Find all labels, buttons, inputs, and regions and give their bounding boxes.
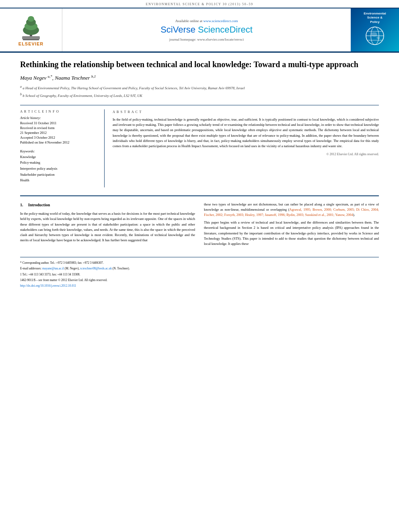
accepted-text: Accepted 3 October 2012 [20, 136, 98, 140]
article-history-block: Article history: Received 31 October 201… [20, 116, 98, 145]
elsevier-tree-icon [15, 14, 47, 40]
sciverse-section: Available online at www.sciencedirect.co… [62, 8, 351, 51]
abstract-text: In the field of policy-making, technical… [113, 117, 379, 149]
keyword-5: Health [20, 178, 98, 183]
journal-homepage: journal homepage: www.elsevier.com/locat… [169, 37, 244, 41]
author2: Naama Teschner b,1 [55, 75, 96, 81]
env-sci-logo-section: EnvironmentalScience &Policy [351, 8, 399, 51]
introduction-heading: 1. Introduction [20, 202, 195, 208]
keyword-4: Stakeholder participation [20, 172, 98, 178]
published-text: Published on line 4 November 2012 [20, 140, 98, 145]
affiliations: a a Head of Environmental Policy, The Ha… [20, 84, 379, 99]
keywords-block: Keywords: Knowledge Policy-making Interp… [20, 149, 98, 183]
env-sci-label: EnvironmentalScience &Policy [364, 12, 386, 24]
copyright-text: © 2012 Elsevier Ltd. All rights reserved… [113, 152, 379, 157]
email-link-1[interactable]: mayane@tau.ac.il [42, 267, 64, 270]
article-body: Rethinking the relationship between tech… [0, 53, 399, 297]
abstract-title: A B S T R A C T [113, 109, 379, 115]
available-online-text: Available online at www.sciencedirect.co… [175, 19, 238, 23]
intro-left-paragraph: In the policy-making world of today, the… [20, 211, 195, 243]
keyword-1: Knowledge [20, 154, 98, 160]
intro-right-paragraph: these two types of knowledge are not dic… [204, 202, 379, 218]
affiliation-a: a a Head of Environmental Policy, The Ha… [20, 84, 379, 91]
svg-rect-6 [22, 36, 40, 39]
doi-note: http://dx.doi.org/10.1016/j.envsci.2012.… [20, 283, 379, 288]
journal-header-text: Environmental Science & Policy 30 (2013)… [146, 2, 253, 6]
journal-header: Environmental Science & Policy 30 (2013)… [0, 0, 399, 8]
keywords-label: Keywords: [20, 149, 98, 153]
issn-note: 1462-9011/$ – see front matter © 2012 El… [20, 278, 379, 282]
keyword-3: Interpretive policy analysis [20, 166, 98, 172]
affiliation-b: b b School of Geography, Faculty of Envi… [20, 92, 379, 99]
received-text: Received 31 October 2011 [20, 121, 98, 126]
elsevier-label: ELSEVIER [19, 41, 43, 46]
keyword-2: Policy-making [20, 160, 98, 166]
sciencedirect-url[interactable]: www.sciencedirect.com [204, 19, 238, 23]
email-link-2[interactable]: n.teschner08@leeds.ac.uk [80, 267, 112, 270]
corresponding-note: * Corresponding author. Tel.: +972 3 640… [20, 261, 379, 265]
section-number: 1. [20, 203, 23, 207]
elsevier-logo-section: ELSEVIER [0, 8, 62, 51]
left-text-column: 1. Introduction In the policy-making wor… [20, 202, 195, 249]
revised-date: 21 September 2012 [20, 131, 98, 136]
author1: Maya Negev a,* [20, 75, 52, 81]
email-note: E-mail addresses: mayane@tau.ac.il (M. N… [20, 266, 379, 271]
globe-icon [365, 26, 385, 46]
keywords-list: Knowledge Policy-making Interpretive pol… [20, 154, 98, 183]
article-title: Rethinking the relationship between tech… [20, 59, 379, 70]
section-title: Introduction [28, 203, 50, 207]
right-text-column: these two types of knowledge are not dic… [204, 202, 379, 249]
article-info-column: A R T I C L E I N F O Article history: R… [20, 109, 105, 187]
tel-note: 1 Tel.: +44 113 343 3373; fax: +44 113 3… [20, 272, 379, 277]
article-info-title: A R T I C L E I N F O [20, 109, 98, 113]
doi-link[interactable]: http://dx.doi.org/10.1016/j.envsci.2012.… [20, 284, 76, 288]
main-columns: 1. Introduction In the policy-making wor… [20, 202, 379, 249]
abstract-column: A B S T R A C T In the field of policy-m… [113, 109, 379, 187]
ref-agrawal: Agrawal, 1995; Brown, 2000; Corburn, 200… [204, 207, 379, 217]
authors-line: Maya Negev a,*, Naama Teschner b,1 [20, 74, 379, 81]
top-banner: ELSEVIER Available online at www.science… [0, 8, 399, 53]
info-abstract-section: A R T I C L E I N F O Article history: R… [20, 105, 379, 187]
history-label: Article history: [20, 116, 98, 120]
section-divider [20, 195, 379, 196]
revised-text: Received in revised form [20, 126, 98, 131]
intro-right-paragraph-2: This paper begins with a review of techn… [204, 220, 379, 246]
footer-section: * Corresponding author. Tel.: +972 3 640… [20, 257, 379, 288]
svg-point-5 [28, 16, 34, 22]
sciverse-title: SciVerse ScienceDirect [160, 25, 253, 35]
